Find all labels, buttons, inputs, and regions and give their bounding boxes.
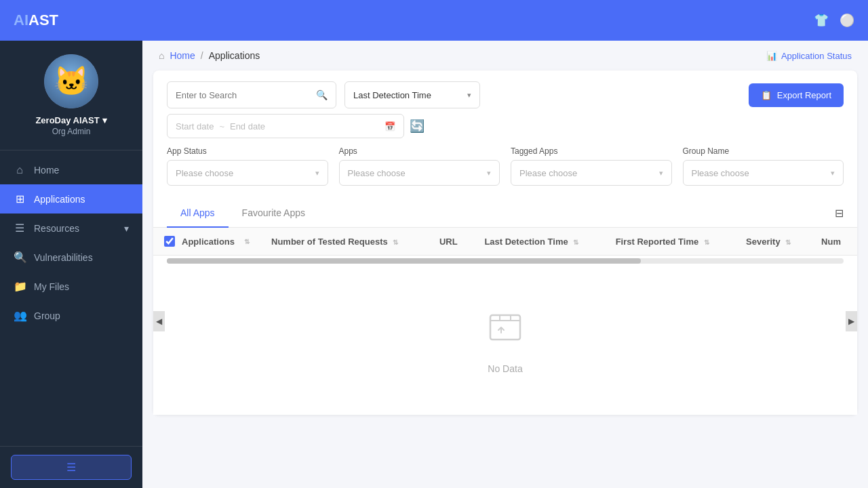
user-name[interactable]: ZeroDay AIAST ▾	[35, 115, 106, 125]
search-icon: 🔍	[316, 89, 328, 100]
start-date-label: Start date	[176, 121, 214, 131]
app-status-link[interactable]: 📊 Application Status	[766, 51, 852, 61]
group-name-filter: Group Name Please choose ▾	[683, 146, 844, 186]
breadcrumb-home[interactable]: Home	[170, 50, 195, 61]
chevron-down-icon: ▾	[831, 169, 835, 178]
breadcrumb-separator: /	[201, 50, 203, 61]
select-all-checkbox[interactable]	[164, 236, 175, 247]
shirt-icon[interactable]: 👕	[814, 13, 829, 28]
data-table: Applications ⇅ Number of Tested Requests…	[153, 228, 857, 256]
sort-icon[interactable]: ⇅	[785, 239, 791, 246]
sidebar-item-group[interactable]: 👥 Group	[0, 301, 142, 330]
sidebar-item-home[interactable]: ⌂ Home	[0, 156, 142, 184]
chevron-down-icon: ▾	[487, 169, 491, 178]
sidebar-item-myfiles[interactable]: 📁 My Files	[0, 272, 142, 301]
breadcrumb-bar: ⌂ Home / Applications 📊 Application Stat…	[142, 41, 868, 70]
sidebar-item-label: Home	[34, 165, 59, 176]
checkbox-header: Applications ⇅	[153, 228, 260, 256]
tabs: All Apps Favourite Apps	[167, 199, 319, 227]
tilde-separator: ~	[219, 121, 224, 131]
sidebar-item-label: My Files	[34, 281, 69, 292]
scrollbar-thumb	[167, 258, 641, 264]
breadcrumb: ⌂ Home / Applications	[159, 50, 260, 61]
filter-icon[interactable]: ⊟	[835, 207, 844, 220]
search-input[interactable]	[176, 90, 316, 100]
tagged-apps-label: Tagged Apps	[511, 146, 672, 156]
table-wrapper: Applications ⇅ Number of Tested Requests…	[153, 228, 857, 415]
num-requests-col-header[interactable]: Number of Tested Requests ⇅	[260, 228, 429, 256]
sort-icon[interactable]: ⇅	[704, 239, 709, 246]
chevron-down-icon: ▾	[315, 169, 319, 178]
tagged-apps-select[interactable]: Please choose ▾	[511, 160, 672, 186]
first-reported-col-header[interactable]: First Reported Time ⇅	[605, 228, 735, 256]
filter-row: 🔍 Last Detection Time ▾ 📋 Export Report	[153, 70, 857, 108]
nav-menu: ⌂ Home ⊞ Applications ☰ Resources ▾ 🔍 Vu…	[0, 150, 142, 446]
url-col-header[interactable]: URL	[429, 228, 473, 256]
breadcrumb-current: Applications	[209, 50, 260, 61]
severity-col-header[interactable]: Severity ⇅	[735, 228, 810, 256]
no-data-section: No Data	[153, 266, 857, 415]
home-icon: ⌂	[14, 164, 26, 176]
search-box[interactable]: 🔍	[167, 81, 336, 108]
tab-favourite-apps[interactable]: Favourite Apps	[229, 199, 319, 228]
sort-icon[interactable]: ⇅	[573, 239, 578, 246]
applications-col-header[interactable]: Applications	[182, 237, 235, 247]
user-circle-icon[interactable]: ⚪	[840, 13, 854, 28]
app-status-label: App Status	[167, 146, 328, 156]
date-filter-select[interactable]: Last Detection Time ▾	[344, 81, 480, 108]
sidebar-item-label: Applications	[34, 194, 85, 205]
table-header-row: Applications ⇅ Number of Tested Requests…	[153, 228, 857, 256]
sidebar-item-resources[interactable]: ☰ Resources ▾	[0, 214, 142, 243]
chevron-down-icon: ▾	[124, 223, 129, 234]
bar-chart-icon: 📊	[766, 51, 777, 61]
resources-icon: ☰	[14, 222, 26, 235]
no-data-text: No Data	[488, 363, 522, 374]
num-col-header[interactable]: Num	[810, 228, 857, 256]
group-name-select[interactable]: Please choose ▾	[683, 160, 844, 186]
main-card: 🔍 Last Detection Time ▾ 📋 Export Report …	[153, 70, 857, 415]
apps-select[interactable]: Please choose ▾	[339, 160, 500, 186]
dropdown-filters: App Status Please choose ▾ Apps Please c…	[153, 146, 857, 199]
group-name-label: Group Name	[683, 146, 844, 156]
myfiles-icon: 📁	[14, 280, 26, 293]
end-date-label: End date	[230, 121, 265, 131]
vulnerabilities-icon: 🔍	[14, 251, 26, 264]
chevron-down-icon: ▾	[659, 169, 663, 178]
tab-all-apps[interactable]: All Apps	[167, 199, 229, 228]
main-layout: 🐱 ZeroDay AIAST ▾ Org Admin ⌂ Home ⊞ App…	[0, 41, 868, 488]
applications-icon: ⊞	[14, 192, 26, 205]
sidebar-item-applications[interactable]: ⊞ Applications	[0, 184, 142, 214]
sidebar-item-vulnerabilities[interactable]: 🔍 Vulnerabilities	[0, 243, 142, 272]
user-section: 🐱 ZeroDay AIAST ▾ Org Admin	[0, 41, 142, 150]
sidebar: 🐱 ZeroDay AIAST ▾ Org Admin ⌂ Home ⊞ App…	[0, 41, 142, 488]
tabs-row: All Apps Favourite Apps ⊟	[153, 199, 857, 228]
sidebar-item-label: Vulnerabilities	[34, 252, 93, 263]
date-range-input[interactable]: Start date ~ End date 📅	[167, 114, 404, 138]
last-detection-col-header[interactable]: Last Detection Time ⇅	[473, 228, 604, 256]
sidebar-item-label: Resources	[34, 223, 79, 234]
apps-label: Apps	[339, 146, 500, 156]
refresh-button[interactable]: 🔄	[410, 119, 425, 134]
nav-icons: 👕 ⚪	[814, 13, 854, 28]
top-navbar: AIAST 👕 ⚪	[0, 0, 868, 41]
scroll-left-button[interactable]: ◀	[153, 311, 165, 331]
top-actions: 📊 Application Status	[766, 51, 852, 61]
horizontal-scrollbar[interactable]	[167, 258, 844, 264]
scroll-bar-row: ◀ ▶	[153, 256, 857, 266]
menu-icon: ☰	[66, 461, 76, 474]
sort-icon[interactable]: ⇅	[393, 239, 398, 246]
sidebar-menu-btn[interactable]: ☰	[11, 455, 132, 480]
chevron-down-icon: ▾	[467, 91, 471, 100]
svg-rect-0	[490, 315, 520, 340]
export-icon: 📋	[761, 90, 772, 100]
sort-icon[interactable]: ⇅	[244, 238, 250, 245]
scroll-right-button[interactable]: ▶	[846, 311, 857, 331]
no-data-icon	[485, 307, 526, 355]
apps-filter: Apps Please choose ▾	[339, 146, 500, 186]
app-status-select[interactable]: Please choose ▾	[167, 160, 328, 186]
calendar-icon[interactable]: 📅	[384, 121, 395, 131]
date-range-row: Start date ~ End date 📅 🔄	[153, 108, 857, 146]
export-report-button[interactable]: 📋 Export Report	[749, 83, 844, 107]
content-area: ⌂ Home / Applications 📊 Application Stat…	[142, 41, 868, 488]
sidebar-item-label: Group	[34, 310, 60, 321]
